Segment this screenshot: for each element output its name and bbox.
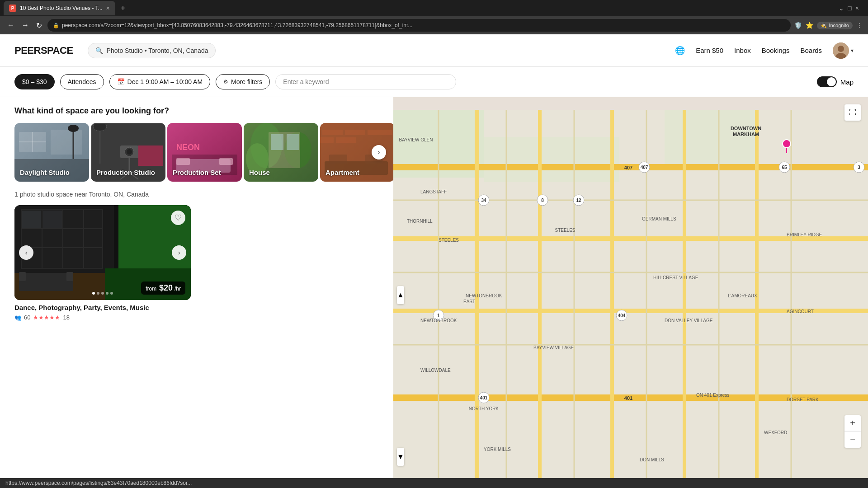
close-button[interactable]: × (855, 5, 859, 12)
svg-point-130 (783, 140, 791, 148)
tab-close-button[interactable]: × (106, 5, 110, 12)
svg-text:NEON: NEON (176, 143, 200, 152)
zoom-controls: + − (844, 415, 861, 448)
active-tab[interactable]: P 10 Best Photo Studio Venues - T... × (4, 1, 115, 15)
bookings-nav-item[interactable]: Bookings (762, 47, 790, 54)
space-type-production-studio[interactable]: Production Studio (91, 123, 165, 182)
maximize-button[interactable]: □ (848, 5, 851, 12)
svg-text:HILLCREST VILLAGE: HILLCREST VILLAGE (653, 275, 698, 280)
svg-rect-29 (219, 158, 233, 165)
svg-text:WILLOWDALE: WILLOWDALE (420, 368, 451, 373)
svg-rect-22 (91, 123, 92, 182)
filter-icon: ⚙ (223, 79, 228, 85)
production-set-label: Production Set (173, 169, 221, 176)
filters-bar: $0 – $30 Attendees 📅 Dec 1 9:00 AM – 10:… (0, 67, 868, 97)
status-url: https://www.peerspace.com/pages/listings… (5, 480, 192, 486)
svg-text:34: 34 (481, 198, 486, 203)
svg-rect-5 (51, 130, 82, 155)
menu-button[interactable]: ⋮ (856, 22, 863, 29)
map-scroll-up-button[interactable]: ▲ (397, 286, 404, 304)
price-filter-button[interactable]: $0 – $30 (14, 74, 55, 89)
svg-text:NEWTONBROOK: NEWTONBROOK (420, 318, 457, 323)
user-menu[interactable]: ▾ (833, 42, 854, 59)
listing-meta: 👥 60 ★★★★★ 18 (14, 314, 379, 321)
browser-chrome: P 10 Best Photo Studio Venues - T... × +… (0, 0, 868, 34)
svg-text:GERMAN MILLS: GERMAN MILLS (642, 216, 676, 221)
dot-5 (110, 292, 113, 295)
address-bar[interactable]: 🔒 peerspace.com/s/?zoom=12&viewport_bbox… (47, 19, 791, 32)
svg-rect-77 (683, 110, 686, 480)
search-bar[interactable]: 🔍 Photo Studio • Toronto, ON, Canada (88, 43, 216, 58)
space-type-daylight-studio[interactable]: Daylight Studio (14, 123, 89, 182)
browser-tab-bar: P 10 Best Photo Studio Venues - T... × +… (0, 0, 868, 16)
listing-image-container: ♡ ‹ › from $20 /hr (14, 205, 191, 300)
rating-stars: ★★★★★ (33, 314, 60, 321)
search-icon: 🔍 (95, 47, 103, 54)
svg-text:DOWNTOWN: DOWNTOWN (731, 126, 761, 131)
svg-point-10 (68, 125, 79, 132)
dot-1 (92, 292, 95, 295)
map-controls: ⛶ (844, 104, 861, 121)
more-filters-button[interactable]: ⚙ More filters (216, 74, 270, 89)
svg-text:NORTH YORK: NORTH YORK (469, 406, 499, 411)
svg-text:12: 12 (576, 198, 581, 203)
zoom-out-button[interactable]: − (844, 432, 861, 448)
svg-rect-57 (43, 211, 62, 228)
attendees-filter-button[interactable]: Attendees (60, 74, 104, 89)
price-unit: /hr (175, 286, 181, 292)
user-avatar (833, 42, 849, 59)
svg-text:BRIMLEY RIDGE: BRIMLEY RIDGE (787, 232, 822, 237)
date-filter-button[interactable]: 📅 Dec 1 9:00 AM – 10:00 AM (109, 74, 211, 89)
svg-text:AGINCOURT: AGINCOURT (787, 309, 814, 314)
refresh-button[interactable]: ↻ (34, 19, 44, 32)
svg-text:BAYVIEW VILLAGE: BAYVIEW VILLAGE (533, 345, 574, 350)
svg-text:DON VALLEY VILLAGE: DON VALLEY VILLAGE (665, 318, 713, 323)
forward-button[interactable]: → (20, 19, 31, 31)
space-type-house[interactable]: House (244, 123, 318, 182)
svg-text:65: 65 (782, 165, 787, 170)
svg-rect-45 (329, 155, 347, 164)
toggle-switch[interactable] (817, 76, 837, 87)
new-tab-button[interactable]: + (117, 4, 129, 13)
bookmark-icon[interactable]: ⭐ (806, 22, 813, 29)
svg-text:407: 407 (624, 165, 632, 170)
space-type-production-set[interactable]: NEON Production Set (167, 123, 242, 182)
svg-rect-41 (368, 130, 392, 135)
scroll-down-icon: ▼ (397, 453, 404, 461)
incognito-label: Incognito (829, 23, 849, 28)
svg-rect-60 (19, 272, 26, 281)
url-text: peerspace.com/s/?zoom=12&viewport_bbox=[… (62, 22, 785, 28)
minimize-button[interactable]: ⌄ (839, 5, 844, 12)
tab-title: 10 Best Photo Studio Venues - T... (20, 5, 103, 11)
favorite-button[interactable]: ♡ (171, 211, 185, 225)
production-studio-label: Production Studio (96, 169, 155, 176)
svg-rect-39 (322, 130, 343, 135)
carousel-next-button[interactable]: › (372, 145, 386, 160)
boards-nav-item[interactable]: Boards (800, 47, 822, 54)
map-panel: ▲ 407 STEELES (393, 97, 868, 488)
inbox-nav-item[interactable]: Inbox (734, 47, 751, 54)
svg-rect-21 (91, 123, 165, 124)
map-toggle-label: Map (840, 78, 854, 86)
apartment-label: Apartment (326, 169, 359, 176)
window-controls: ⌄ □ × (839, 5, 864, 12)
listing-title[interactable]: Dance, Photography, Party, Events, Music (14, 304, 379, 311)
price-from-label: from (146, 286, 156, 292)
svg-rect-65 (484, 137, 619, 182)
zoom-in-button[interactable]: + (844, 415, 861, 432)
image-next-button[interactable]: › (172, 245, 186, 260)
map-scroll-down-button[interactable]: ▼ (397, 448, 404, 466)
earn-nav-item[interactable]: Earn $50 (696, 47, 723, 54)
keyword-input[interactable] (275, 74, 456, 89)
search-text: Photo Studio • Toronto, ON, Canada (107, 47, 208, 54)
space-types-carousel: Daylight Studio (14, 123, 379, 182)
map-toggle[interactable]: Map (817, 76, 854, 87)
back-button[interactable]: ← (5, 19, 16, 31)
price-badge: from $20 /hr (141, 282, 185, 295)
language-icon[interactable]: 🌐 (675, 46, 685, 56)
image-prev-button[interactable]: ‹ (19, 245, 33, 260)
site-logo[interactable]: PEERSPACE (14, 45, 73, 56)
rating-count: 18 (63, 314, 69, 321)
svg-rect-36 (287, 134, 299, 150)
fullscreen-button[interactable]: ⛶ (844, 104, 861, 121)
